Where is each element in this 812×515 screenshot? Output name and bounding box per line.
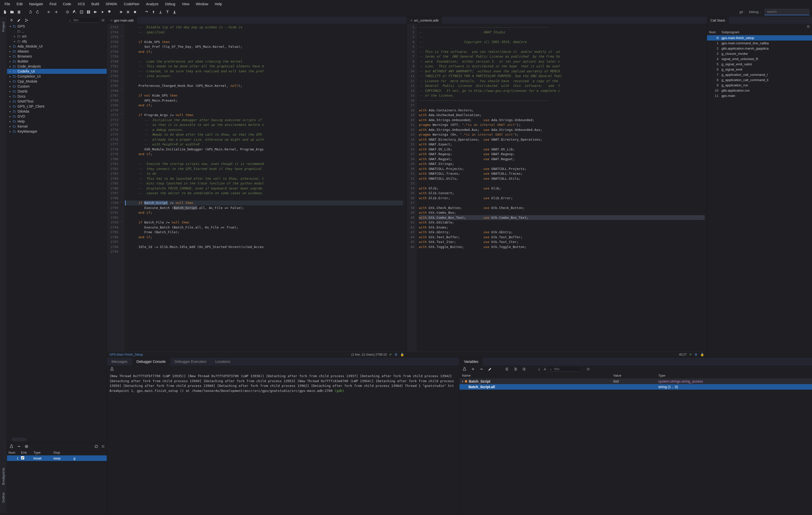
- step-into-icon[interactable]: [158, 9, 163, 15]
- variable-row[interactable]: ▾Batch_Script0x0system.strings.string_ac…: [460, 379, 812, 384]
- continue-icon[interactable]: [118, 9, 123, 15]
- var-flask-icon[interactable]: [462, 367, 467, 372]
- build-icon[interactable]: [72, 9, 77, 15]
- debugger-tab[interactable]: Debugger Execution: [170, 358, 211, 365]
- open-folder-icon[interactable]: [9, 9, 14, 15]
- menu-codepeer[interactable]: CodePeer: [121, 1, 143, 7]
- panel-menu-icon[interactable]: [807, 25, 810, 28]
- tree-item[interactable]: ▸🗀Ada_Module_UI: [7, 44, 107, 49]
- menu-spark[interactable]: SPARK: [103, 1, 120, 7]
- var-edit-icon[interactable]: [488, 367, 493, 372]
- rail-breakpoints[interactable]: Breakpoints: [1, 468, 5, 485]
- scrollbar[interactable]: [11, 438, 27, 441]
- menu-edit[interactable]: Edit: [14, 1, 26, 7]
- tree-item[interactable]: ▸🗀Code_Analysis: [7, 64, 107, 69]
- menu-build[interactable]: Build: [88, 1, 102, 7]
- var-normal-icon[interactable]: A: [544, 368, 546, 371]
- callstack-row[interactable]: 3g_closure_invoke: [707, 51, 812, 56]
- menu-find[interactable]: Find: [47, 1, 59, 7]
- compile-icon[interactable]: [65, 9, 70, 15]
- compile-run-icon[interactable]: [93, 9, 98, 15]
- project-filter-input[interactable]: [69, 18, 99, 23]
- code-editor[interactable]: 2753 2754 2755 ˅ 2756 2757 2758 2759 276…: [107, 24, 407, 351]
- panel-menu-icon[interactable]: [586, 368, 590, 371]
- callstack-row[interactable]: 9g_application_run: [707, 83, 812, 88]
- edit-icon[interactable]: [17, 18, 22, 23]
- step-over-icon[interactable]: [144, 9, 149, 15]
- breakpoint-row[interactable]: 1 break keep g: [7, 456, 107, 461]
- tree-item[interactable]: ▸🗀Kernel: [7, 124, 107, 129]
- menu-file[interactable]: File: [1, 1, 13, 7]
- run-icon[interactable]: [100, 9, 105, 15]
- tree-item[interactable]: ▸🗀Help: [7, 119, 107, 124]
- debugger-console[interactable]: [New Thread 0x7fffdfbf7700 (LWP 13935)] …: [107, 373, 459, 513]
- tree-item[interactable]: ▾🗀GPS: [7, 24, 107, 29]
- variables-list[interactable]: ▾Batch_Script0x0system.strings.string_ac…: [460, 379, 812, 390]
- menu-analyze[interactable]: Analyze: [143, 1, 162, 7]
- rail-outline[interactable]: Outline: [1, 492, 5, 503]
- tree-item[interactable]: ▸🗀Completion_UI: [7, 74, 107, 79]
- var-tree-icon[interactable]: [522, 367, 526, 372]
- vcs-selector[interactable]: git: [740, 10, 746, 14]
- refresh-icon[interactable]: [9, 18, 14, 23]
- menu-window[interactable]: Window: [193, 1, 211, 7]
- global-search-input[interactable]: [764, 8, 810, 15]
- callstack-row[interactable]: 10glib.application.run: [707, 88, 812, 93]
- var-italic-icon[interactable]: L: [539, 368, 540, 371]
- debugger-tab[interactable]: Debugger Console: [132, 358, 170, 365]
- debugger-tab[interactable]: Messages: [107, 358, 132, 365]
- var-collapse-icon[interactable]: [504, 367, 510, 372]
- menu-vcs[interactable]: VCS: [75, 1, 88, 7]
- callstack-row[interactable]: 2glib.application.marsh_gapplica: [707, 46, 812, 51]
- step-out-icon[interactable]: [165, 9, 170, 15]
- stop-icon[interactable]: [133, 9, 138, 15]
- debug-selector[interactable]: Debug: [749, 10, 761, 14]
- callstack-tab[interactable]: Call Stack: [707, 17, 729, 24]
- callstack-row[interactable]: 1gps.main.command_line_callba: [707, 40, 812, 46]
- debug-icon[interactable]: [107, 9, 112, 15]
- panel-menu-icon[interactable]: [101, 445, 105, 448]
- build-all-icon[interactable]: [86, 9, 91, 15]
- nav-back-icon[interactable]: [47, 9, 52, 15]
- variables-tab[interactable]: Variables: [460, 358, 483, 365]
- tree-item[interactable]: ▸🗀Codefix_UI: [7, 69, 107, 74]
- variable-row[interactable]: Batch_Script.allstring (1 .. 0): [460, 384, 812, 390]
- callstack-row[interactable]: 7g_application_call_command_l: [707, 72, 812, 77]
- save-icon[interactable]: [17, 9, 22, 15]
- clean-build-icon[interactable]: [79, 9, 84, 15]
- clear-console-icon[interactable]: [110, 367, 115, 372]
- tree-item[interactable]: 🗀..: [7, 29, 107, 34]
- hierarchy-icon[interactable]: [24, 18, 29, 23]
- tree-item[interactable]: ▸🗀Docs: [7, 94, 107, 99]
- tree-item[interactable]: ▸🗀GVD: [7, 114, 107, 119]
- tree-item[interactable]: ▸🗀Custom: [7, 84, 107, 89]
- callstack-row[interactable]: 8g_application_call_command_li: [707, 77, 812, 83]
- callstack-row[interactable]: 6g_signal_emit: [707, 67, 812, 72]
- code-editor[interactable]: 1 2 3 4 5 6 7 8 9 10 11 12 13 14 15 16 1…: [407, 24, 707, 351]
- project-tree[interactable]: ▾🗀GPS🗀..▸🗀src▸🗀obj▸🗀Ada_Module_UI▸🗀Alias…: [7, 24, 107, 436]
- bp-flask-icon[interactable]: [9, 444, 14, 449]
- tree-item[interactable]: ▸🗀GNATTest: [7, 99, 107, 104]
- step-up-icon[interactable]: [151, 9, 156, 15]
- redo-icon[interactable]: [35, 9, 40, 15]
- breadcrumb[interactable]: GPS.Main.Finish_Setup: [110, 353, 143, 356]
- nav-forward-icon[interactable]: [54, 9, 58, 15]
- var-remove-icon[interactable]: [479, 367, 484, 372]
- bp-settings-icon[interactable]: [94, 444, 99, 449]
- bp-clear-icon[interactable]: [24, 444, 29, 449]
- tree-item[interactable]: ▸🗀Browsers: [7, 54, 107, 59]
- tree-item[interactable]: ▸🗀Builder: [7, 59, 107, 64]
- callstack-row[interactable]: 4signal_emit_unlocked_R: [707, 56, 812, 61]
- callstack-row[interactable]: 11gps.main: [707, 93, 812, 98]
- menu-navigate[interactable]: Navigate: [26, 1, 46, 7]
- bp-remove-icon[interactable]: [17, 444, 22, 449]
- callstack-row[interactable]: 0gps.main.finish_setup: [707, 35, 812, 40]
- callstack-list[interactable]: 0gps.main.finish_setup1gps.main.command_…: [707, 35, 812, 98]
- tree-item[interactable]: ▸🗀KeyManager: [7, 129, 107, 134]
- tree-item[interactable]: ▸🗀obj: [7, 39, 107, 44]
- tree-item[interactable]: ▸🗀GPS_LSP_Client: [7, 104, 107, 109]
- var-expand-icon[interactable]: [513, 367, 518, 372]
- tree-item[interactable]: ▸🗀Cpp_Module: [7, 79, 107, 84]
- menu-debug[interactable]: Debug: [162, 1, 178, 7]
- menu-view[interactable]: View: [179, 1, 192, 7]
